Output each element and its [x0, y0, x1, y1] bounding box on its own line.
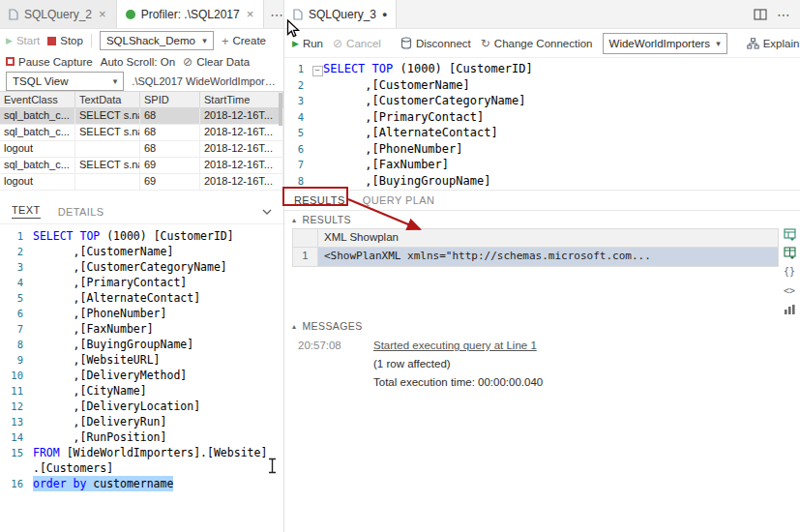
results-grid-header: XML Showplan [292, 228, 779, 248]
column-header-spid[interactable]: SPID [140, 92, 200, 107]
line-number: 13 [0, 414, 33, 429]
message-text: (1 row affected) [373, 355, 451, 373]
events-grid: EventClass TextData SPID StartTime sql_b… [0, 91, 283, 191]
profiler-text-view[interactable]: 1 SELECT TOP (1000) [CustomerID] 2 ,[Cus… [0, 226, 283, 532]
disconnect-icon [400, 37, 412, 49]
events-grid-header: EventClass TextData SPID StartTime [0, 91, 283, 108]
sql-text: ,[CustomerCategoryName] [323, 94, 526, 107]
line-number: 8 [0, 337, 33, 352]
fold-icon[interactable] [311, 61, 323, 77]
tab-sqlquery3[interactable]: SQLQuery_3 ● [284, 0, 397, 28]
detail-tabs: TEXT DETAILS [0, 199, 283, 224]
save-xml-icon[interactable]: <> [784, 284, 795, 298]
events-grid-scrollbar[interactable] [279, 93, 282, 126]
explain-icon [747, 38, 759, 49]
code-line: 16 order by customername [0, 476, 283, 491]
table-row[interactable]: sql_batch_c... SELECT s.na... 68 2018-12… [0, 108, 283, 125]
table-row[interactable]: logout 69 2018-12-16T... [0, 174, 283, 191]
pause-capture-button[interactable]: Pause Capture [6, 56, 93, 68]
save-json-icon[interactable]: {} [784, 265, 795, 279]
cancel-icon: ⊘ [333, 37, 342, 50]
plus-icon: + [222, 34, 229, 48]
save-excel-icon[interactable] [784, 247, 796, 259]
stop-button[interactable]: Stop [47, 35, 83, 46]
tab-profiler[interactable]: Profiler: .\SQL2017 × [117, 0, 265, 28]
tab-details[interactable]: DETAILS [58, 206, 104, 218]
cancel-button[interactable]: ⊘ Cancel [333, 37, 381, 50]
save-csv-icon[interactable] [784, 228, 796, 241]
change-connection-icon: ↻ [481, 37, 490, 50]
table-row[interactable]: sql_batch_c... SELECT s.na... 68 2018-12… [0, 125, 283, 141]
clear-data-button[interactable]: ⊘ Clear Data [183, 55, 250, 69]
view-select[interactable]: TSQL View ▾ [6, 72, 124, 91]
code-line: 3 ,[CustomerCategoryName] [284, 93, 800, 109]
message-link[interactable]: Started executing query at Line 1 [373, 337, 537, 355]
sql-text: ,[CustomerName] [33, 245, 173, 258]
grid-corner-cell[interactable] [293, 229, 318, 247]
sql-text: ,[PhoneNumber] [323, 142, 463, 156]
section-collapse-icon: ▴ [292, 216, 296, 224]
column-header-starttime[interactable]: StartTime [200, 92, 283, 107]
query-toolbar: ▶ Run ⊘ Cancel Disconnect ↻ Change Conne… [284, 29, 800, 58]
profiler-toolbar: ▶ Start Stop SQLShack_Demo ▾ + Create [0, 29, 283, 52]
cell-spid: 69 [140, 158, 200, 173]
code-line: 7 ,[FaxNumber] [284, 157, 800, 173]
result-row[interactable]: 1 <ShowPlanXML xmlns="http://schemas.mic… [292, 248, 779, 267]
unsaved-dot-icon[interactable]: ● [382, 10, 387, 19]
database-select[interactable]: WideWorldImporters ▾ [603, 33, 727, 54]
cell-spid: 68 [140, 141, 200, 157]
start-button[interactable]: ▶ Start [6, 35, 40, 46]
sql-text: ,[CustomerName] [323, 78, 470, 92]
tab-query-plan[interactable]: QUERY PLAN [363, 194, 435, 206]
table-row[interactable]: sql_batch_c... SELECT s.na... 69 2018-12… [0, 158, 283, 174]
close-icon[interactable]: × [98, 7, 107, 21]
change-connection-button[interactable]: ↻ Change Connection [481, 37, 593, 50]
sql-text: .[Customers] [33, 461, 113, 475]
tab-label: Profiler: .\SQL2017 [141, 8, 240, 21]
more-actions-icon[interactable]: ⋯ [777, 7, 790, 22]
cell-eventclass: sql_batch_c... [0, 125, 75, 140]
tab-results[interactable]: RESULTS [294, 194, 345, 206]
code-line: 1 SELECT TOP (1000) [CustomerID] [0, 228, 283, 244]
split-editor-icon[interactable] [754, 9, 767, 20]
line-number: 3 [284, 93, 311, 109]
tab-text[interactable]: TEXT [12, 204, 41, 219]
code-line: 5 ,[AlternateContact] [284, 125, 800, 141]
sql-editor[interactable]: 1 SELECT TOP (1000) [CustomerID] 2 ,[Cus… [284, 58, 800, 190]
run-button[interactable]: ▶ Run [292, 38, 323, 49]
explain-button[interactable]: Explain [747, 38, 800, 49]
line-number: 7 [284, 157, 311, 173]
file-icon [293, 9, 303, 20]
line-number: 14 [0, 429, 33, 445]
sql-text: ,[BuyingGroupName] [33, 338, 193, 351]
sql-text: ,[DeliveryRun] [33, 415, 166, 429]
results-actions-strip: {} <> [781, 228, 798, 315]
column-header-textdata[interactable]: TextData [75, 92, 140, 107]
sql-text: ,[WebsiteURL] [33, 353, 161, 367]
line-number: 6 [284, 141, 311, 158]
table-row[interactable]: logout 68 2018-12-16T... [0, 141, 283, 158]
session-select[interactable]: SQLShack_Demo ▾ [100, 31, 214, 50]
line-number: 5 [0, 290, 33, 306]
column-header-xml-showplan[interactable]: XML Showplan [318, 229, 778, 247]
auto-scroll-toggle[interactable]: Auto Scroll: On [101, 56, 175, 68]
results-section-header[interactable]: ▴ RESULTS [284, 211, 800, 228]
line-number: 15 [0, 445, 33, 460]
sql-text: ,[PhoneNumber] [33, 307, 166, 320]
result-cell-showplanxml[interactable]: <ShowPlanXML xmlns="http://schemas.micro… [318, 248, 778, 266]
message-timestamp [284, 355, 373, 373]
collapse-chevron-icon[interactable] [262, 209, 272, 215]
messages-section-header[interactable]: ▴ MESSAGES [284, 317, 800, 335]
sql-text: ,[BuyingGroupName] [323, 174, 490, 188]
sql-text: ,[DeliveryMethod] [33, 369, 187, 382]
code-line: 4 ,[PrimaryContact] [284, 109, 800, 126]
close-icon[interactable]: × [246, 7, 255, 21]
show-chart-icon[interactable] [784, 304, 796, 315]
column-header-eventclass[interactable]: EventClass [0, 92, 75, 107]
tab-sqlquery2[interactable]: SQLQuery_2 × [0, 0, 117, 28]
create-session-button[interactable]: + Create [222, 34, 266, 48]
disconnect-button[interactable]: Disconnect [400, 37, 471, 49]
cell-textdata [75, 174, 140, 190]
sql-text: (1000) [CustomerID] [400, 62, 532, 75]
code-line: 14 ,[RunPosition] [0, 429, 283, 445]
